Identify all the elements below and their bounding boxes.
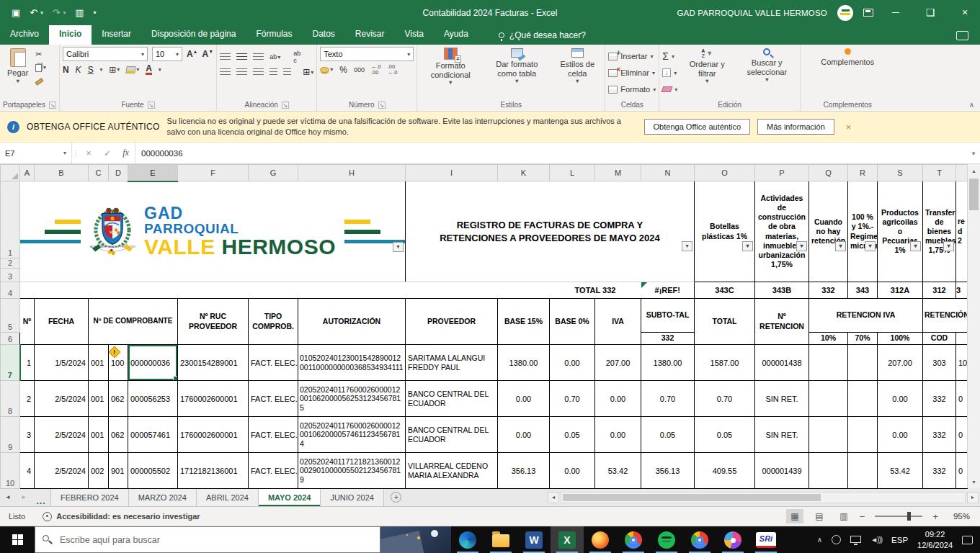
column-header-A[interactable]: A — [20, 165, 35, 181]
filter-dropdown-icon[interactable]: ▾ — [796, 241, 807, 251]
column-header-L[interactable]: L — [550, 165, 595, 181]
align-bottom-icon[interactable] — [253, 53, 264, 60]
cell-A7[interactable]: 1 — [20, 345, 35, 381]
cell-E7[interactable]: 000000036 — [128, 345, 178, 381]
cell-F8[interactable]: 1760002600001 — [178, 381, 249, 417]
cell-O7[interactable]: 1587.00 — [695, 345, 755, 381]
formula-bar-divider[interactable]: ⋮ — [72, 143, 79, 163]
cell-L8[interactable]: 0.70 — [550, 381, 595, 417]
horizontal-scroll-thumb[interactable] — [563, 494, 821, 501]
row-header-10[interactable]: 10 — [1, 453, 20, 489]
column-header-G[interactable]: G — [249, 165, 298, 181]
cell-M9[interactable]: 0.00 — [595, 417, 641, 453]
taskbar-search[interactable] — [35, 526, 380, 553]
ref-error-cell[interactable]: #¡REF! — [641, 282, 695, 299]
cell-B9[interactable]: 2/5/2024 — [35, 417, 89, 453]
header-cell-retencion-iva[interactable]: RETENCION IVA — [809, 299, 923, 333]
column-header-I[interactable]: I — [406, 165, 498, 181]
clock[interactable]: 09:22 12/6/2024 — [917, 529, 953, 551]
network-icon[interactable] — [850, 536, 861, 543]
sheet-nav-right-icon[interactable]: ► — [16, 488, 32, 506]
cell-R8[interactable] — [848, 381, 878, 417]
cell-H7[interactable]: 0105202401230015428900120011000000000368… — [298, 345, 406, 381]
filter-dropdown-icon[interactable]: ▾ — [943, 241, 954, 251]
increase-decimal-button[interactable]: ←.0.00 — [371, 64, 381, 75]
header-cell-ruc[interactable]: Nº RUC PROVEEDOR — [178, 299, 249, 345]
view-page-layout-button[interactable]: ▤ — [811, 509, 828, 523]
filter-dropdown-icon[interactable]: ▾ — [865, 241, 876, 251]
decrease-decimal-button[interactable]: .00→.0 — [388, 64, 398, 75]
cell-H9[interactable]: 0205202401176000260000120010620000574611… — [298, 417, 406, 453]
taskbar-google-app-icon[interactable] — [683, 526, 716, 553]
avatar[interactable] — [837, 5, 853, 21]
total-332-cell[interactable]: TOTAL 332 — [550, 282, 641, 299]
enter-icon[interactable]: ✓ — [98, 143, 117, 163]
cell-C9[interactable]: 001 — [89, 417, 109, 453]
header-cell-cod[interactable]: COD — [923, 333, 956, 345]
horizontal-scrollbar[interactable]: ◄ ► — [548, 488, 980, 506]
search-input[interactable] — [35, 526, 380, 553]
header-cell-autorizacion[interactable]: AUTORIZACIÓN — [298, 299, 406, 345]
align-center-icon[interactable] — [236, 68, 247, 76]
cell-N8[interactable]: 0.70 — [641, 381, 695, 417]
cell-S7[interactable]: 207.00 — [878, 345, 923, 381]
menu-tab-archivo[interactable]: Archivo — [0, 25, 49, 45]
error-warning-icon[interactable]: ! — [109, 346, 121, 359]
insert-cells-button[interactable]: Insertar▾ — [608, 49, 656, 63]
cell-K10[interactable]: 356.13 — [498, 453, 550, 489]
cut-button[interactable]: ✂ — [35, 48, 46, 60]
language-indicator[interactable]: ESP — [891, 536, 908, 544]
taskbar-chrome-icon[interactable] — [617, 526, 650, 553]
customize-qat-icon[interactable]: ▾ — [93, 9, 96, 16]
row-header-7[interactable]: 7 — [1, 345, 20, 381]
cell-B10[interactable]: 2/5/2024 — [35, 453, 89, 489]
filter-column-agricolas[interactable]: Productos agricoilas o Pecuarias 1%▾ — [878, 181, 923, 282]
dialog-launcher-icon[interactable]: ↘ — [282, 102, 289, 109]
cell-N9[interactable]: 0.05 — [641, 417, 695, 453]
cancel-icon[interactable]: × — [79, 143, 98, 163]
paste-button[interactable]: Pegar ▾ — [3, 47, 32, 86]
row-header-1[interactable]: 1 — [1, 181, 20, 258]
cell-A10[interactable]: 4 — [20, 453, 35, 489]
header-cell-no[interactable]: Nº — [20, 299, 35, 345]
cell-K7[interactable]: 1380.00 — [498, 345, 550, 381]
cell-E8[interactable]: 000056253 — [128, 381, 178, 417]
action-center-icon[interactable] — [962, 536, 973, 544]
column-header-C[interactable]: C — [89, 165, 109, 181]
cell-S8[interactable]: 0.00 — [878, 381, 923, 417]
code-cell-343[interactable]: 343 — [848, 282, 878, 299]
header-cell-subtotal[interactable]: SUBTO-TAL — [641, 299, 695, 333]
filter-dropdown-icon[interactable]: ▾ — [742, 241, 753, 251]
cell-A9[interactable]: 3 — [20, 417, 35, 453]
sheet-nav-left-icon[interactable]: ◄ — [0, 488, 16, 506]
header-cell-base0[interactable]: BASE 0% — [550, 299, 595, 345]
align-top-icon[interactable] — [220, 53, 231, 60]
cell-T9[interactable]: 332 — [923, 417, 956, 453]
menu-tab-ayuda[interactable]: Ayuda — [434, 25, 478, 45]
taskbar-sri-icon[interactable]: SRi — [749, 526, 783, 553]
header-cell-tipo[interactable]: TIPO COMPROB. — [249, 299, 298, 345]
column-header-D[interactable]: D — [109, 165, 128, 181]
cell-I8[interactable]: BANCO CENTRAL DEL ECUADOR — [406, 381, 498, 417]
tray-app-icon[interactable] — [832, 535, 841, 544]
cell-F10[interactable]: 1712182136001 — [178, 453, 249, 489]
menu-tab-fórmulas[interactable]: Fórmulas — [246, 25, 302, 45]
conditional-formatting-button[interactable]: Formato condicional▾ — [420, 47, 481, 87]
cell-B7[interactable]: 1/5/2024 — [35, 345, 89, 381]
zoom-in-button[interactable]: + — [932, 511, 938, 522]
copy-button[interactable]: ▾ — [35, 62, 46, 73]
format-painter-button[interactable] — [35, 76, 46, 87]
find-select-button[interactable]: Buscar y seleccionar▾ — [736, 47, 797, 84]
warning-close-icon[interactable]: × — [843, 122, 855, 132]
cell-Q8[interactable] — [809, 381, 848, 417]
cell-D10[interactable]: 901 — [109, 453, 128, 489]
borders-button[interactable]: ⊞▾ — [109, 65, 120, 75]
scroll-up-icon[interactable]: ▲ — [968, 164, 980, 177]
italic-button[interactable]: K — [76, 65, 81, 75]
header-cell-proveedor[interactable]: PROVEEDOR — [406, 299, 498, 345]
cell-G10[interactable]: FACT. ELEC. — [249, 453, 298, 489]
menu-tab-revisar[interactable]: Revisar — [345, 25, 395, 45]
scroll-down-icon[interactable]: ▼ — [968, 475, 980, 488]
accounting-format-button[interactable]: ▾ — [320, 66, 333, 73]
zoom-slider-thumb[interactable] — [907, 512, 911, 521]
